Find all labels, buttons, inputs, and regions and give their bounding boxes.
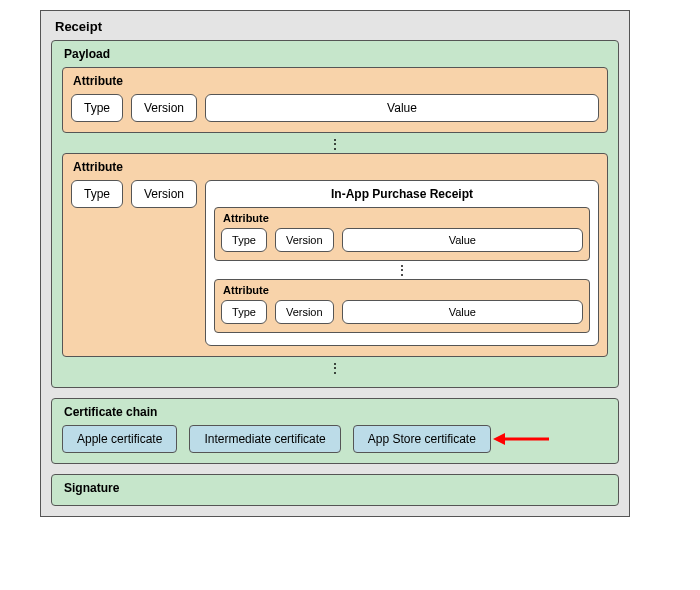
iap-attribute-1: Attribute Type Version Value xyxy=(214,207,590,261)
ellipsis-icon: ⋮ xyxy=(214,265,590,275)
iap-attribute-2: Attribute Type Version Value xyxy=(214,279,590,333)
ellipsis-icon: ⋮ xyxy=(62,363,608,373)
iap-receipt-box: In-App Purchase Receipt Attribute Type V… xyxy=(205,180,599,346)
ellipsis-icon: ⋮ xyxy=(62,139,608,149)
attribute-title: Attribute xyxy=(73,74,599,88)
attr-version: Version xyxy=(275,300,334,324)
attribute-box-1: Attribute Type Version Value xyxy=(62,67,608,133)
attribute-title: Attribute xyxy=(223,284,583,296)
attr-type: Type xyxy=(71,180,123,208)
cert-apple: Apple certificate xyxy=(62,425,177,453)
attribute-title: Attribute xyxy=(73,160,599,174)
payload-box: Payload Attribute Type Version Value ⋮ A… xyxy=(51,40,619,388)
iap-title: In-App Purchase Receipt xyxy=(214,187,590,201)
arrow-icon xyxy=(493,431,543,451)
cert-appstore: App Store certificate xyxy=(353,425,491,453)
attr-version: Version xyxy=(131,94,197,122)
attr-version: Version xyxy=(275,228,334,252)
attr-type: Type xyxy=(221,300,267,324)
attr-value: Value xyxy=(342,228,583,252)
svg-marker-1 xyxy=(493,433,505,445)
signature-box: Signature xyxy=(51,474,619,506)
signature-title: Signature xyxy=(64,481,608,495)
attribute-title: Attribute xyxy=(223,212,583,224)
attribute-box-2: Attribute Type Version In-App Purchase R… xyxy=(62,153,608,357)
cert-intermediate: Intermediate certificate xyxy=(189,425,340,453)
payload-title: Payload xyxy=(64,47,608,61)
attr-type: Type xyxy=(71,94,123,122)
attr-value: Value xyxy=(342,300,583,324)
certificate-chain-title: Certificate chain xyxy=(64,405,608,419)
attr-version: Version xyxy=(131,180,197,208)
attr-value: Value xyxy=(205,94,599,122)
receipt-title: Receipt xyxy=(55,19,619,34)
attr-type: Type xyxy=(221,228,267,252)
